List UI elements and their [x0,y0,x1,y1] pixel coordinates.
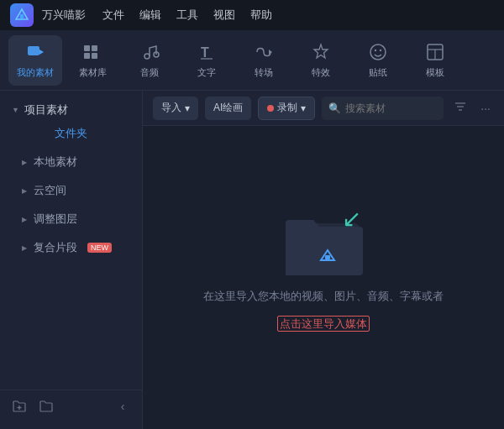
stickers-label: 贴纸 [369,66,387,79]
toolbar-text[interactable]: T 文字 [180,35,234,86]
svg-marker-13 [314,44,328,58]
ai-label: AI绘画 [213,101,243,115]
toolbar-transition[interactable]: 转场 [237,35,291,86]
my-media-icon [24,42,47,63]
sidebar-item-adjustment[interactable]: ▶ 调整图层 [5,206,137,233]
toolbar-stickers[interactable]: 贴纸 [351,35,405,86]
toolbar-media-lib[interactable]: 素材库 [66,35,119,86]
search-box[interactable]: 🔍 [322,97,444,120]
folder-open-icon[interactable] [37,397,55,416]
app-name: 万兴喵影 [42,8,86,23]
search-icon: 🔍 [328,102,341,114]
sidebar-section-title: ▼ 项目素材 [0,97,142,123]
svg-rect-26 [286,228,360,275]
toolbar-my-media[interactable]: 我的素材 [8,35,62,86]
sidebar-item-composite-label: 复合片段 [34,240,77,255]
import-media-link-container: 点击这里导入媒体 [277,316,370,332]
new-badge: NEW [87,243,112,253]
section-arrow: ▼ [12,106,19,114]
folder-illustration: ↙ [281,207,365,278]
toolbar: 我的素材 素材库 音频 T [0,30,504,91]
svg-rect-6 [84,53,90,59]
main-area: ▼ 项目素材 文件夹 ▶ 本地素材 ▶ 云空间 ▶ 调整图层 ▶ 复合片段 NE… [0,91,504,429]
local-arrow-icon: ▶ [22,159,27,166]
empty-state: ↙ 在这里导入您本地的视频、图片、音频、字幕或者 点击这里导入媒体 [143,126,504,429]
import-label: 导入 [161,101,181,115]
app-logo [10,3,34,27]
templates-icon [423,42,447,63]
svg-point-15 [375,50,376,51]
svg-point-8 [144,54,150,59]
audio-label: 音频 [140,66,159,79]
record-label: 录制 [277,101,297,115]
filter-button[interactable] [450,98,470,118]
menu-tools[interactable]: 工具 [176,8,198,23]
folder-label: 文件夹 [0,123,142,148]
folder-add-icon[interactable] [10,397,29,416]
record-button[interactable]: 录制 ▾ [258,97,315,120]
svg-point-16 [380,50,381,51]
svg-rect-4 [84,45,90,51]
media-lib-label: 素材库 [79,66,107,79]
svg-rect-5 [92,45,97,51]
menu-help[interactable]: 帮助 [250,8,272,23]
sidebar-item-composite[interactable]: ▶ 复合片段 NEW [5,234,137,261]
svg-rect-1 [20,14,24,18]
sidebar-item-cloud-label: 云空间 [34,183,66,198]
adjustment-arrow-icon: ▶ [22,216,27,223]
svg-point-14 [370,44,386,60]
media-lib-icon [81,42,104,63]
toolbar-effects[interactable]: 特效 [294,35,348,86]
toolbar-audio[interactable]: 音频 [123,35,176,86]
sidebar: ▼ 项目素材 文件夹 ▶ 本地素材 ▶ 云空间 ▶ 调整图层 ▶ 复合片段 NE… [0,91,143,429]
templates-label: 模板 [426,66,444,79]
search-input[interactable] [345,102,437,114]
audio-icon [138,42,161,63]
transition-icon [252,42,276,63]
stickers-icon [366,42,390,63]
empty-description: 在这里导入您本地的视频、图片、音频、字幕或者 [203,288,444,306]
composite-arrow-icon: ▶ [22,244,27,252]
effects-label: 特效 [312,66,330,79]
svg-rect-2 [28,46,39,55]
sidebar-item-local-label: 本地素材 [34,154,77,170]
my-media-label: 我的素材 [17,66,54,79]
svg-marker-3 [39,50,44,55]
title-bar: 万兴喵影 文件 编辑 工具 视图 帮助 [0,0,504,30]
text-label: 文字 [197,66,216,79]
menu-file[interactable]: 文件 [102,8,124,23]
content-toolbar: 导入 ▾ AI绘画 录制 ▾ 🔍 ··· [143,91,504,126]
sidebar-bottom: ‹ [0,390,142,422]
sidebar-item-cloud[interactable]: ▶ 云空间 [5,177,137,204]
section-title-text: 项目素材 [24,102,68,118]
menu-edit[interactable]: 编辑 [139,8,161,23]
menu-bar: 文件 编辑 工具 视图 帮助 [102,8,272,23]
svg-rect-28 [325,255,330,259]
sidebar-item-local[interactable]: ▶ 本地素材 [5,149,137,175]
menu-view[interactable]: 视图 [213,8,235,23]
import-button[interactable]: 导入 ▾ [153,97,198,120]
cloud-arrow-icon: ▶ [22,187,27,195]
import-arrow-icon: ▾ [185,102,190,114]
ai-paint-button[interactable]: AI绘画 [205,97,251,120]
transition-label: 转场 [255,66,273,79]
svg-text:T: T [201,45,209,60]
sidebar-collapse-button[interactable]: ‹ [113,397,132,416]
effects-icon [309,42,333,63]
text-icon: T [195,42,218,63]
record-arrow-icon: ▾ [301,102,306,114]
sidebar-item-adjustment-label: 调整图层 [34,212,77,227]
more-button[interactable]: ··· [477,100,494,117]
content-panel: 导入 ▾ AI绘画 录制 ▾ 🔍 ··· [143,91,504,429]
empty-desc-text: 在这里导入您本地的视频、图片、音频、字幕或者 [203,290,444,302]
import-media-link[interactable]: 点击这里导入媒体 [277,316,370,332]
toolbar-templates[interactable]: 模板 [408,35,462,86]
record-dot-icon [267,105,274,112]
svg-text:↙: ↙ [342,207,361,232]
svg-rect-7 [92,53,97,59]
